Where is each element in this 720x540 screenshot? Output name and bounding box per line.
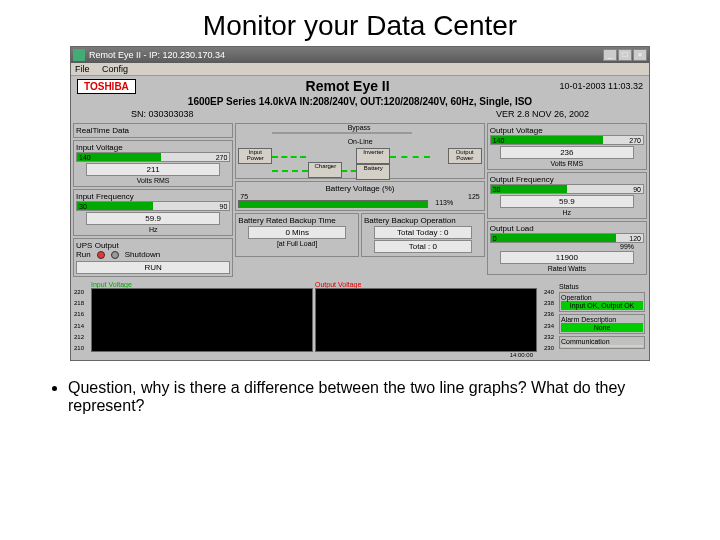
output-load-watts: 11900 bbox=[500, 251, 634, 264]
batt-voltage-label: Battery Voltage (%) bbox=[238, 184, 481, 193]
app-window: Remot Eye II - IP: 120.230.170.34 _ □ × … bbox=[70, 46, 650, 361]
output-freq-units: Hz bbox=[490, 209, 644, 216]
input-freq-units: Hz bbox=[76, 226, 230, 233]
batt-voltage-bar: 113% bbox=[238, 200, 428, 208]
ups-status-value: RUN bbox=[76, 261, 230, 274]
output-freq-value: 59.9 bbox=[500, 195, 634, 208]
input-freq-label: Input Frequency bbox=[76, 192, 230, 201]
input-freq-bar: 30 90 bbox=[76, 201, 230, 211]
batt-op-today: Total Today : 0 bbox=[374, 226, 472, 239]
shutdown-led-icon bbox=[111, 251, 119, 259]
slide-title: Monitor your Data Center bbox=[0, 0, 720, 46]
batt-rated-label: Battery Rated Backup Time bbox=[238, 216, 356, 225]
input-power-box: Input Power bbox=[238, 148, 272, 164]
slide-bullet: Question, why is there a difference betw… bbox=[0, 361, 720, 433]
app-icon bbox=[73, 49, 85, 61]
status-alarm-value: None bbox=[561, 323, 643, 332]
realtime-panel: RealTime Data bbox=[73, 123, 233, 138]
output-voltage-bar: 140 270 bbox=[490, 135, 644, 145]
titlebar: Remot Eye II - IP: 120.230.170.34 _ □ × bbox=[71, 47, 649, 63]
battery-box: Battery bbox=[356, 164, 390, 180]
graph-output-canvas: 240238236234232230 bbox=[315, 288, 537, 352]
charger-box: Charger bbox=[308, 162, 342, 178]
batt-rated-note: [at Full Load] bbox=[238, 240, 356, 247]
shutdown-label: Shutdown bbox=[125, 250, 161, 259]
minimize-button[interactable]: _ bbox=[603, 49, 617, 61]
status-operation-value: Input OK, Output OK bbox=[561, 301, 643, 310]
status-comm-label: Communication bbox=[561, 338, 643, 345]
batt-op-label: Battery Backup Operation bbox=[364, 216, 482, 225]
status-operation-label: Operation bbox=[561, 294, 643, 301]
input-freq-value: 59.9 bbox=[86, 212, 220, 225]
graph-xtime: 14:00:00 bbox=[315, 352, 537, 358]
status-alarm-label: Alarm Description bbox=[561, 316, 643, 323]
input-voltage-value: 211 bbox=[86, 163, 220, 176]
output-load-watts-label: Rated Watts bbox=[490, 265, 644, 272]
close-button[interactable]: × bbox=[633, 49, 647, 61]
logo: TOSHIBA bbox=[77, 79, 136, 94]
maximize-button[interactable]: □ bbox=[618, 49, 632, 61]
online-label: On-Line bbox=[348, 138, 373, 145]
serial-number: SN: 030303038 bbox=[131, 109, 194, 119]
status-label: Status bbox=[559, 283, 645, 290]
output-voltage-label: Output Voltage bbox=[490, 126, 644, 135]
menu-config[interactable]: Config bbox=[102, 64, 128, 74]
status-comm-value bbox=[561, 345, 643, 347]
output-load-label: Output Load bbox=[490, 224, 644, 233]
inverter-box: Inverter bbox=[356, 148, 390, 164]
version: VER 2.8 NOV 26, 2002 bbox=[496, 109, 589, 119]
batt-voltage-pct: 113% bbox=[435, 199, 453, 206]
realtime-label: RealTime Data bbox=[76, 126, 230, 135]
bullet-text: Question, why is there a difference betw… bbox=[68, 379, 672, 415]
status-panel: Status Operation Input OK, Output OK Ala… bbox=[557, 281, 647, 358]
input-voltage-units: Volts RMS bbox=[76, 177, 230, 184]
run-label: Run bbox=[76, 250, 91, 259]
ups-output-label: UPS Output bbox=[76, 241, 230, 250]
output-power-box: Output Power bbox=[448, 148, 482, 164]
input-voltage-bar: 140 270 bbox=[76, 152, 230, 162]
output-load-pct: 99% bbox=[490, 243, 644, 250]
input-voltage-label: Input Voltage bbox=[76, 143, 230, 152]
graph-input-canvas: 220218216214212210 bbox=[91, 288, 313, 352]
bypass-label: Bypass bbox=[348, 124, 371, 131]
timestamp: 10-01-2003 11:03.32 bbox=[559, 81, 643, 91]
model-line: 1600EP Series 14.0kVA IN:208/240V, OUT:1… bbox=[71, 96, 649, 109]
app-title: Remot Eye II bbox=[136, 78, 560, 94]
graph-input-yticks: 220218216214212210 bbox=[74, 289, 84, 351]
output-voltage-value: 236 bbox=[500, 146, 634, 159]
batt-rated-value: 0 Mins bbox=[248, 226, 346, 239]
output-freq-label: Output Frequency bbox=[490, 175, 644, 184]
menu-file[interactable]: File bbox=[75, 64, 90, 74]
graph-output-title: Output Voltage bbox=[315, 281, 537, 288]
batt-op-total: Total : 0 bbox=[374, 240, 472, 253]
window-title: Remot Eye II - IP: 120.230.170.34 bbox=[89, 50, 603, 60]
output-voltage-units: Volts RMS bbox=[490, 160, 644, 167]
power-flow-diagram: Bypass On-Line Input Power Charger Inver… bbox=[235, 123, 484, 179]
run-led-icon bbox=[97, 251, 105, 259]
output-freq-bar: 30 90 bbox=[490, 184, 644, 194]
graph-input-title: Input Voltage bbox=[91, 281, 313, 288]
menubar: File Config bbox=[71, 63, 649, 76]
graph-output-yticks: 240238236234232230 bbox=[544, 289, 554, 351]
output-load-bar: 0 120 bbox=[490, 233, 644, 243]
